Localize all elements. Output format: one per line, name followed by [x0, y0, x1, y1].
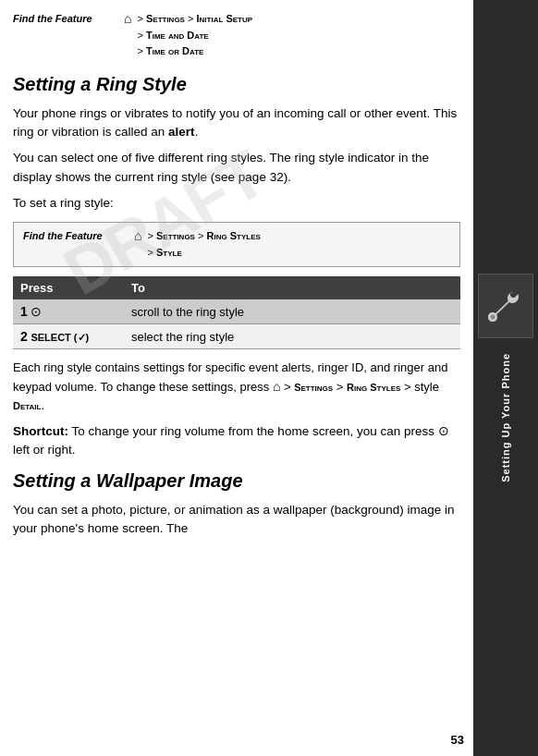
table-header-row: Press To	[13, 276, 460, 299]
table-row: 1 ⊙ scroll to the ring style	[13, 299, 460, 324]
table-row: 2 SELECT (✓) select the ring style	[13, 324, 460, 349]
to-set-text: To set a ring style:	[13, 194, 460, 213]
wallpaper-heading: Setting a Wallpaper Image	[13, 469, 460, 492]
step1-action: scroll to the ring style	[124, 299, 460, 324]
sidebar-label: Setting Up Your Phone	[500, 353, 511, 482]
svg-point-0	[491, 315, 495, 320]
right-sidebar: Setting Up Your Phone	[473, 0, 538, 756]
path-item-2: Time and Date	[137, 28, 252, 44]
find-feature-label-bottom: Find the Feature	[23, 228, 125, 241]
path-item-3: Time or Date	[137, 43, 252, 60]
col-press: Press	[13, 276, 124, 299]
find-feature-top: Find the Feature ⌂ Settings > Initial Se…	[13, 11, 460, 60]
home-icon-bottom: ⌂	[134, 228, 141, 243]
col-to: To	[124, 276, 460, 299]
path-item-1: Settings > Initial Setup	[137, 11, 252, 28]
page-number: 53	[451, 733, 464, 747]
step2-action: select the ring style	[124, 324, 460, 349]
step1-press: 1 ⊙	[13, 299, 124, 324]
shortcut-paragraph: Shortcut: To change your ring volume fro…	[13, 421, 460, 460]
main-content: Find the Feature ⌂ Settings > Initial Se…	[0, 0, 473, 756]
wrench-icon	[488, 288, 523, 323]
find-feature-bottom: Find the Feature ⌂ Settings > Ring Style…	[13, 222, 460, 267]
path-item-b1: Settings > Ring Styles	[147, 228, 260, 245]
sidebar-icon-box	[478, 274, 533, 338]
ring-style-heading: Setting a Ring Style	[13, 73, 460, 95]
ring-style-para2: You can select one of five different rin…	[13, 149, 460, 187]
detail-paragraph: Each ring style contains settings for sp…	[13, 359, 460, 414]
instruction-table: Press To 1 ⊙ scroll to the ring style 2 …	[13, 276, 460, 349]
path-item-b2: Style	[147, 245, 260, 262]
home-icon-top: ⌂	[124, 11, 131, 26]
find-feature-label-top: Find the Feature	[13, 11, 115, 24]
find-feature-path-top: Settings > Initial Setup Time and Date T…	[137, 11, 252, 60]
step2-press: 2 SELECT (✓)	[13, 324, 124, 349]
wallpaper-para1: You can set a photo, picture, or animati…	[13, 501, 460, 539]
find-feature-path-bottom: Settings > Ring Styles Style	[147, 228, 260, 261]
ring-style-para1: Your phone rings or vibrates to notify y…	[13, 104, 460, 142]
